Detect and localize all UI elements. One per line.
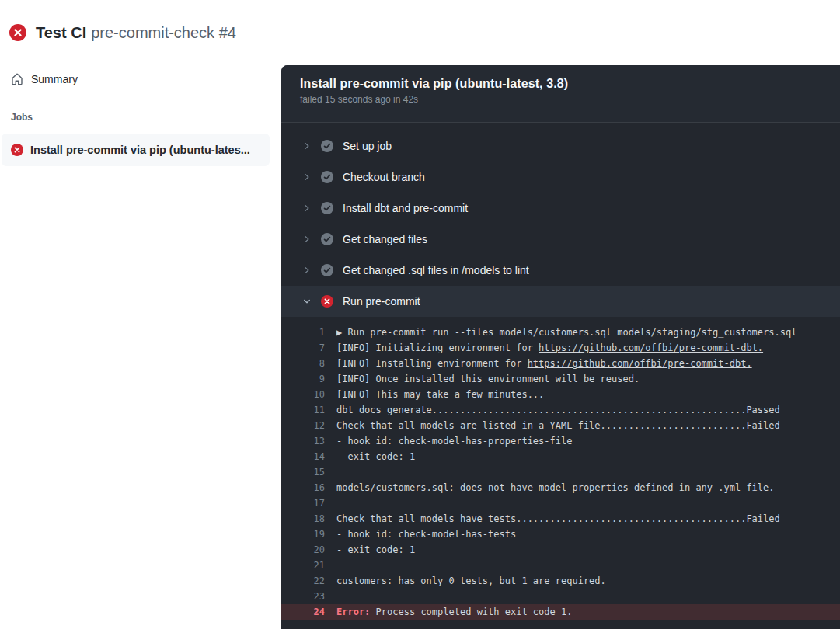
- page-title: Test CIpre-commit-check #4: [36, 24, 236, 42]
- check-circle-icon: [321, 171, 333, 183]
- chevron-right-icon: [302, 266, 312, 275]
- line-number[interactable]: 16: [281, 480, 325, 495]
- log-text: [INFO] Initializing environment for http…: [325, 340, 763, 356]
- log-text: - exit code: 1: [325, 542, 415, 558]
- chevron-down-icon: [302, 297, 312, 306]
- log-line: 9[INFO] Once installed this environment …: [281, 371, 840, 387]
- chevron-right-icon: [302, 172, 312, 182]
- line-number[interactable]: 13: [281, 433, 325, 449]
- steps-list: Set up jobCheckout branchInstall dbt and…: [281, 123, 840, 317]
- log-line-error: 24Error: Process completed with exit cod…: [281, 604, 840, 620]
- log-segment: [INFO] This may take a few minutes...: [336, 389, 544, 400]
- log-text: [INFO] This may take a few minutes...: [325, 387, 544, 402]
- log-segment: dbt docs generate.......................…: [336, 405, 780, 415]
- chevron-right-icon: [302, 141, 312, 151]
- line-number[interactable]: 20: [281, 542, 325, 558]
- line-number[interactable]: 7: [281, 340, 325, 356]
- job-title: Install pre-commit via pip (ubuntu-lates…: [300, 77, 821, 91]
- summary-label: Summary: [31, 73, 78, 85]
- log-line: 17: [281, 495, 840, 511]
- log-text: models/customers.sql: does not have mode…: [325, 480, 775, 495]
- step-label: Install dbt and pre-commit: [343, 202, 468, 214]
- line-number[interactable]: 11: [281, 402, 325, 418]
- check-circle-icon: [321, 264, 333, 276]
- line-number[interactable]: 17: [281, 495, 325, 511]
- line-number[interactable]: 21: [281, 558, 325, 573]
- log-text: [325, 464, 336, 480]
- step-label: Get changed .sql files in /models to lin…: [343, 264, 529, 276]
- sidebar-item-job[interactable]: Install pre-commit via pip (ubuntu-lates…: [2, 134, 270, 166]
- log-line: 22customers: has only 0 tests, but 1 are…: [281, 573, 840, 589]
- step-row[interactable]: Get changed files: [281, 224, 840, 255]
- job-status-summary: failed 15 seconds ago in 42s: [300, 94, 821, 105]
- step-label: Get changed files: [343, 233, 427, 245]
- log-text: [INFO] Once installed this environment w…: [325, 371, 640, 387]
- jobs-section-label: Jobs: [11, 112, 281, 123]
- sidebar-item-summary[interactable]: Summary: [0, 65, 281, 93]
- line-number[interactable]: 18: [281, 511, 325, 526]
- log-line: 1▶ Run pre-commit run --files models/cus…: [281, 325, 840, 340]
- log-segment: [INFO] Installing environment for: [336, 358, 528, 369]
- log-link[interactable]: https://github.com/offbi/pre-commit-dbt.: [528, 358, 752, 369]
- run-header: Test CIpre-commit-check #4: [0, 0, 840, 65]
- error-label: Error:: [336, 606, 370, 617]
- step-row[interactable]: Run pre-commit: [281, 286, 840, 317]
- log-text: - exit code: 1: [325, 449, 415, 464]
- log-segment: - hook id: check-model-has-tests: [336, 529, 516, 540]
- log-line: 8[INFO] Installing environment for https…: [281, 356, 840, 371]
- line-number[interactable]: 14: [281, 449, 325, 464]
- log-output: 1▶ Run pre-commit run --files models/cus…: [281, 317, 840, 620]
- actions-run-page: Test CIpre-commit-check #4 Summary Jobs …: [0, 0, 840, 629]
- step-label: Run pre-commit: [343, 295, 420, 308]
- log-text: customers: has only 0 tests, but 1 are r…: [325, 573, 606, 589]
- home-icon: [11, 73, 23, 85]
- line-number[interactable]: 19: [281, 526, 325, 542]
- line-number[interactable]: 10: [281, 387, 325, 402]
- log-segment: - hook id: check-model-has-properties-fi…: [336, 436, 572, 447]
- line-number[interactable]: 24: [281, 604, 325, 620]
- log-text: Error: Process completed with exit code …: [325, 604, 572, 620]
- step-row[interactable]: Set up job: [281, 130, 840, 162]
- x-circle-icon: [321, 295, 333, 308]
- line-number[interactable]: 22: [281, 573, 325, 589]
- run-name: pre-commit-check #4: [91, 24, 236, 41]
- step-row[interactable]: Checkout branch: [281, 162, 840, 193]
- log-link[interactable]: https://github.com/offbi/pre-commit-dbt.: [539, 342, 763, 353]
- log-text: dbt docs generate.......................…: [325, 402, 780, 418]
- log-segment: [INFO] Once installed this environment w…: [336, 374, 640, 384]
- log-line: 14- exit code: 1: [281, 449, 840, 464]
- job-log-panel: Install pre-commit via pip (ubuntu-lates…: [281, 65, 840, 629]
- log-segment: - exit code: 1: [336, 544, 415, 555]
- log-text: [325, 589, 336, 604]
- line-number[interactable]: 1: [281, 325, 325, 340]
- sidebar: Summary Jobs Install pre-commit via pip …: [0, 65, 281, 629]
- log-segment: Check that all models have tests........…: [336, 513, 780, 524]
- line-number[interactable]: 23: [281, 589, 325, 604]
- step-row[interactable]: Get changed .sql files in /models to lin…: [281, 255, 840, 286]
- chevron-right-icon: [302, 235, 312, 244]
- log-line: 19- hook id: check-model-has-tests: [281, 526, 840, 542]
- check-circle-icon: [321, 233, 333, 245]
- log-text: - hook id: check-model-has-tests: [325, 526, 516, 542]
- log-segment: ▶ Run pre-commit run --files models/cust…: [336, 327, 796, 338]
- step-row[interactable]: Install dbt and pre-commit: [281, 193, 840, 224]
- x-circle-icon: [11, 144, 23, 156]
- step-label: Set up job: [343, 140, 392, 152]
- log-segment: - exit code: 1: [336, 451, 415, 462]
- line-number[interactable]: 15: [281, 464, 325, 480]
- log-line: 16models/customers.sql: does not have mo…: [281, 480, 840, 495]
- log-line: 21: [281, 558, 840, 573]
- step-label: Checkout branch: [343, 171, 425, 183]
- line-number[interactable]: 8: [281, 356, 325, 371]
- log-text: [INFO] Installing environment for https:…: [325, 356, 752, 371]
- log-text: Check that all models are listed in a YA…: [325, 418, 780, 433]
- log-line: 13- hook id: check-model-has-properties-…: [281, 433, 840, 449]
- log-text: [325, 558, 336, 573]
- line-number[interactable]: 9: [281, 371, 325, 387]
- job-panel-header: Install pre-commit via pip (ubuntu-lates…: [281, 65, 840, 123]
- log-line: 10[INFO] This may take a few minutes...: [281, 387, 840, 402]
- job-name: Install pre-commit via pip (ubuntu-lates…: [30, 144, 250, 156]
- log-line: 20- exit code: 1: [281, 542, 840, 558]
- line-number[interactable]: 12: [281, 418, 325, 433]
- check-circle-icon: [321, 202, 333, 214]
